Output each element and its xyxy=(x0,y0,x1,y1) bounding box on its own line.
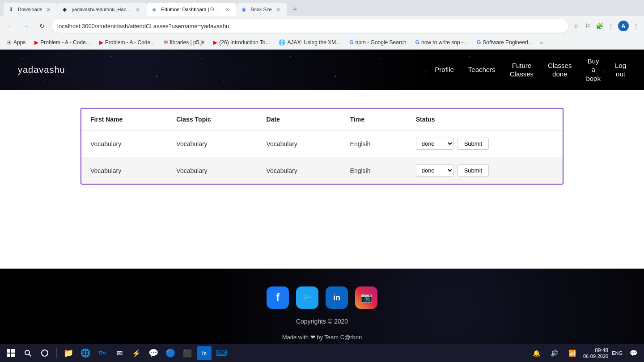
bookmark-youtube1[interactable]: ▶ Problem - A - Code... xyxy=(31,38,93,47)
edge-icon[interactable]: 🌐 xyxy=(78,346,93,354)
forward-button[interactable]: → xyxy=(20,20,32,32)
nav-profile[interactable]: Profile xyxy=(435,65,454,74)
volume-icon[interactable]: 🔊 xyxy=(547,346,562,354)
star-icon[interactable]: ☆ xyxy=(572,21,580,30)
windows-start-button[interactable] xyxy=(4,346,18,354)
nav-future-classes[interactable]: FutureClasses xyxy=(510,61,534,79)
youtube-icon-1: ▶ xyxy=(34,39,38,46)
tab-title-booksite: Book Site xyxy=(250,7,271,12)
bookmark-youtube2[interactable]: ▶ Problem - A - Code... xyxy=(96,38,158,47)
cell-status-0: donependingabsentSubmit xyxy=(407,130,563,157)
cell-time-1: Englsih xyxy=(341,157,407,184)
bookmark-intro[interactable]: ▶ (26) Introduction To... xyxy=(210,38,273,47)
calendar-date: 06-09-2020 xyxy=(583,354,608,354)
tab-title-eduthon: Eduthon: Dashboard | Devfolio xyxy=(161,7,221,12)
nav-buy-book[interactable]: Buyabook xyxy=(586,57,601,83)
lightning-icon[interactable]: ⚡ xyxy=(129,346,144,354)
submit-button-1[interactable]: Submit xyxy=(458,164,489,177)
col-header-status: Status xyxy=(407,109,563,130)
tab-bar: ⬇ Downloads ✕ ◆ yadavashu/eduthon_Hackat… xyxy=(0,0,644,16)
vscode-icon[interactable]: ⌨ xyxy=(214,346,229,354)
bookmark-software[interactable]: G Software Engineeri... xyxy=(473,38,536,47)
instagram-icon[interactable]: 📷 xyxy=(355,286,377,309)
p5js-icon: ✻ xyxy=(164,39,168,46)
more-icon[interactable]: ⋮ xyxy=(631,21,640,30)
bookmark-p5js[interactable]: ✻ libraries | p5.js xyxy=(160,38,208,47)
cell-classtopic-1: Vocabulary xyxy=(167,157,257,184)
linkedin-taskbar-icon[interactable]: in xyxy=(197,346,212,354)
cell-status-1: donependingabsentSubmit xyxy=(407,157,563,184)
bookmarks-more[interactable]: » xyxy=(540,39,543,46)
back-button[interactable]: ← xyxy=(4,20,16,32)
svg-point-4 xyxy=(25,350,30,354)
store-icon[interactable]: 🛍 xyxy=(95,346,110,354)
chrome-icon[interactable]: 🔵 xyxy=(163,346,178,354)
nav-classes-done[interactable]: Classesdone xyxy=(548,61,572,79)
svg-rect-3 xyxy=(11,354,15,354)
col-header-time: Time xyxy=(341,109,407,130)
skype-icon[interactable]: 💬 xyxy=(146,346,161,354)
youtube-icon-2: ▶ xyxy=(99,39,103,46)
nav-teachers[interactable]: Teachers xyxy=(468,65,496,74)
taskbar-divider xyxy=(56,348,57,354)
svg-rect-0 xyxy=(7,349,10,353)
profile-icon[interactable]: ⚐ xyxy=(583,21,592,30)
status-select-1[interactable]: donependingabsent xyxy=(416,164,454,177)
cell-date-0: Vocabulary xyxy=(258,130,341,157)
twitter-icon[interactable]: 🐦 xyxy=(296,286,318,309)
page-wrapper: yadavashu Profile Teachers FutureClasses… xyxy=(0,50,644,354)
cortana-taskbar-icon[interactable] xyxy=(38,346,52,354)
bookmark-ajax-label: AJAX: Using the XM... xyxy=(287,39,340,46)
bookmark-sop-label: how to write sop -... xyxy=(421,39,468,46)
tab-booksite[interactable]: ◉ Book Site ✕ xyxy=(236,3,287,16)
tab-close-downloads[interactable]: ✕ xyxy=(45,6,52,13)
new-tab-button[interactable]: + xyxy=(289,3,301,16)
linkedin-icon[interactable]: in xyxy=(326,286,348,309)
tab-github[interactable]: ◆ yadavashu/eduthon_Hackathon... ✕ xyxy=(57,3,147,16)
settings-icon[interactable]: ⋮ xyxy=(606,21,615,30)
tab-close-eduthon[interactable]: ✕ xyxy=(224,6,231,13)
tab-title-github: yadavashu/eduthon_Hackathon... xyxy=(72,7,131,12)
made-with-text: Made with ❤ by Team C@rbon xyxy=(282,334,362,341)
nav-logout[interactable]: Logout xyxy=(615,61,626,79)
refresh-button[interactable]: ↻ xyxy=(36,20,48,32)
mail-icon[interactable]: ✉ xyxy=(112,346,127,354)
svg-point-6 xyxy=(42,350,48,354)
bookmark-software-label: Software Engineeri... xyxy=(483,39,532,46)
tab-icon-eduthon: ◈ xyxy=(152,6,158,13)
cell-date-1: Vocabulary xyxy=(258,157,341,184)
tab-close-booksite[interactable]: ✕ xyxy=(275,6,282,13)
status-select-0[interactable]: donependingabsent xyxy=(416,138,454,150)
tab-eduthon[interactable]: ◈ Eduthon: Dashboard | Devfolio ✕ xyxy=(147,3,236,16)
bookmark-npm[interactable]: G npm - Google Search xyxy=(346,38,410,47)
bookmark-apps[interactable]: ⊞ Apps xyxy=(4,38,29,47)
instagram-symbol: 📷 xyxy=(360,292,373,303)
nav-links: Profile Teachers FutureClasses Classesdo… xyxy=(435,57,626,83)
tab-close-github[interactable]: ✕ xyxy=(134,6,141,13)
software-icon: G xyxy=(477,39,481,46)
search-taskbar-icon[interactable] xyxy=(21,346,35,354)
language-indicator: ENG xyxy=(612,350,623,354)
browser-controls: ← → ↻ ☆ ⚐ 🧩 ⋮ A ⋮ xyxy=(0,16,644,36)
tab-downloads[interactable]: ⬇ Downloads ✕ xyxy=(4,3,57,16)
user-avatar[interactable]: A xyxy=(618,21,629,31)
file-explorer-icon[interactable]: 📁 xyxy=(61,346,76,354)
bookmark-ajax[interactable]: 🌐 AJAX: Using the XM... xyxy=(275,38,344,47)
bookmarks-bar: ⊞ Apps ▶ Problem - A - Code... ▶ Problem… xyxy=(0,36,644,49)
copyright-text: Copyrights © 2020 xyxy=(296,318,348,325)
network-icon[interactable]: 📶 xyxy=(565,346,580,354)
facebook-icon[interactable]: f xyxy=(267,286,289,309)
extension-icon[interactable]: 🧩 xyxy=(595,21,604,30)
address-bar[interactable] xyxy=(52,19,568,33)
tab-title-downloads: Downloads xyxy=(18,7,42,12)
submit-button-0[interactable]: Submit xyxy=(458,138,489,150)
bookmark-sop[interactable]: G how to write sop -... xyxy=(412,38,471,47)
notifications-icon[interactable]: 🔔 xyxy=(530,346,544,354)
terminal-icon[interactable]: ⬛ xyxy=(180,346,195,354)
system-time: 09:48 06-09-2020 xyxy=(583,347,608,354)
bookmark-intro-label: (26) Introduction To... xyxy=(219,39,270,46)
action-center-icon[interactable]: 💬 xyxy=(626,346,640,354)
clock: 09:48 xyxy=(583,347,608,354)
taskbar-right: 🔔 🔊 📶 09:48 06-09-2020 ENG 💬 xyxy=(530,346,640,354)
facebook-symbol: f xyxy=(276,291,280,304)
